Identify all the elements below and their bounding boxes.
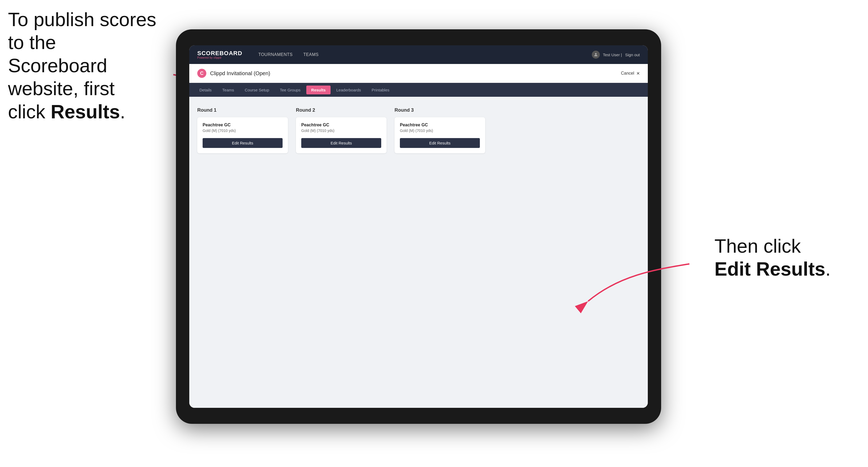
logo-sub: Powered by clippd <box>197 56 242 59</box>
round-1-column: Round 1 Peachtree GC Gold (M) (7010 yds)… <box>197 107 288 153</box>
round-3-course-name: Peachtree GC <box>400 123 480 127</box>
round-3-label: Round 3 <box>395 107 485 113</box>
tab-tee-groups[interactable]: Tee Groups <box>275 86 306 94</box>
nav-right: Test User | Sign out <box>592 51 640 59</box>
results-bold: Results <box>51 101 120 122</box>
tablet-screen: SCOREBOARD Powered by clippd TOURNAMENTS… <box>189 45 648 408</box>
nav-teams[interactable]: TEAMS <box>303 52 319 57</box>
round-2-edit-results-button[interactable]: Edit Results <box>301 138 381 148</box>
round-2-label: Round 2 <box>296 107 386 113</box>
instruction-period: . <box>120 101 125 122</box>
instruction-line2: to the Scoreboard <box>8 32 107 76</box>
logo-text: SCOREBOARD <box>197 51 242 56</box>
nav-links: TOURNAMENTS TEAMS <box>258 52 592 57</box>
round-2-card: Peachtree GC Gold (M) (7010 yds) Edit Re… <box>296 117 386 153</box>
user-avatar <box>592 51 600 59</box>
instruction-right-line1: Then click <box>714 236 801 257</box>
round-1-card: Peachtree GC Gold (M) (7010 yds) Edit Re… <box>197 117 288 153</box>
tournament-title: Clippd Invitational (Open) <box>210 70 270 76</box>
tab-details[interactable]: Details <box>195 86 216 94</box>
instruction-left: To publish scores to the Scoreboard webs… <box>8 8 157 123</box>
tablet-frame: SCOREBOARD Powered by clippd TOURNAMENTS… <box>176 29 661 424</box>
round-3-card: Peachtree GC Gold (M) (7010 yds) Edit Re… <box>395 117 485 153</box>
instruction-line4: click Results. <box>8 101 125 122</box>
round-1-edit-results-button[interactable]: Edit Results <box>203 138 283 148</box>
round-1-course-info: Gold (M) (7010 yds) <box>203 128 283 133</box>
tournament-title-area: C Clippd Invitational (Open) <box>197 69 270 78</box>
user-text: Test User | <box>603 53 622 57</box>
tab-teams[interactable]: Teams <box>218 86 239 94</box>
tab-bar: Details Teams Course Setup Tee Groups Re… <box>189 83 648 97</box>
instruction-right-period: . <box>825 258 831 280</box>
logo-area: SCOREBOARD Powered by clippd <box>197 51 242 59</box>
round-2-course-name: Peachtree GC <box>301 123 381 127</box>
tab-results[interactable]: Results <box>306 86 330 94</box>
instruction-line1: To publish scores <box>8 9 156 30</box>
tournament-header: C Clippd Invitational (Open) Cancel ✕ <box>189 64 648 83</box>
rounds-grid: Round 1 Peachtree GC Gold (M) (7010 yds)… <box>197 107 640 153</box>
tab-printables[interactable]: Printables <box>367 86 394 94</box>
top-nav: SCOREBOARD Powered by clippd TOURNAMENTS… <box>189 45 648 64</box>
tab-course-setup[interactable]: Course Setup <box>240 86 274 94</box>
round-2-column: Round 2 Peachtree GC Gold (M) (7010 yds)… <box>296 107 386 153</box>
round-1-label: Round 1 <box>197 107 288 113</box>
edit-results-bold: Edit Results <box>714 258 825 280</box>
svg-point-1 <box>595 53 597 55</box>
round-1-course-name: Peachtree GC <box>203 123 283 127</box>
tab-leaderboards[interactable]: Leaderboards <box>332 86 366 94</box>
cancel-button[interactable]: Cancel ✕ <box>621 71 640 76</box>
round-3-course-info: Gold (M) (7010 yds) <box>400 128 480 133</box>
content-area: Round 1 Peachtree GC Gold (M) (7010 yds)… <box>189 97 648 408</box>
nav-tournaments[interactable]: TOURNAMENTS <box>258 52 293 57</box>
sign-out-button[interactable]: Sign out <box>625 53 640 57</box>
cancel-label: Cancel <box>621 71 634 76</box>
clippd-logo: C <box>197 69 206 78</box>
instruction-right: Then click Edit Results. <box>714 235 831 281</box>
round-2-course-info: Gold (M) (7010 yds) <box>301 128 381 133</box>
close-icon: ✕ <box>636 71 640 76</box>
round-3-column: Round 3 Peachtree GC Gold (M) (7010 yds)… <box>395 107 485 153</box>
instruction-line3: website, first <box>8 78 115 99</box>
round-3-edit-results-button[interactable]: Edit Results <box>400 138 480 148</box>
